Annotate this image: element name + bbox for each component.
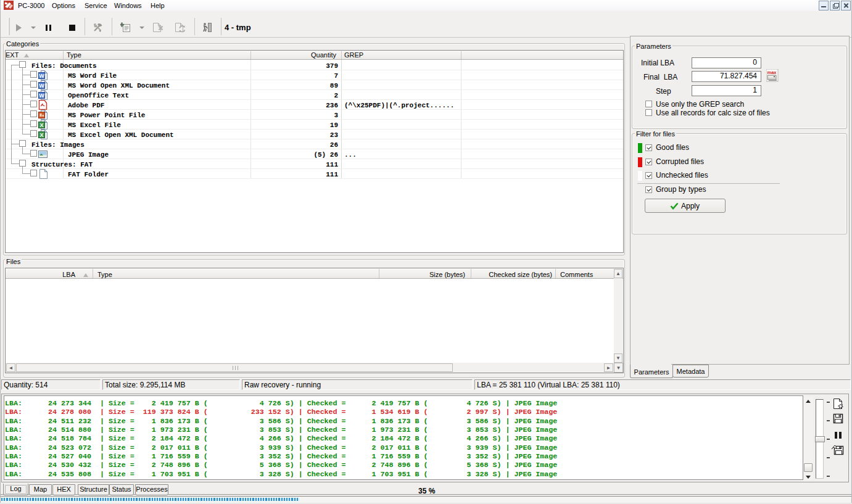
svg-text:max: max <box>767 70 777 75</box>
